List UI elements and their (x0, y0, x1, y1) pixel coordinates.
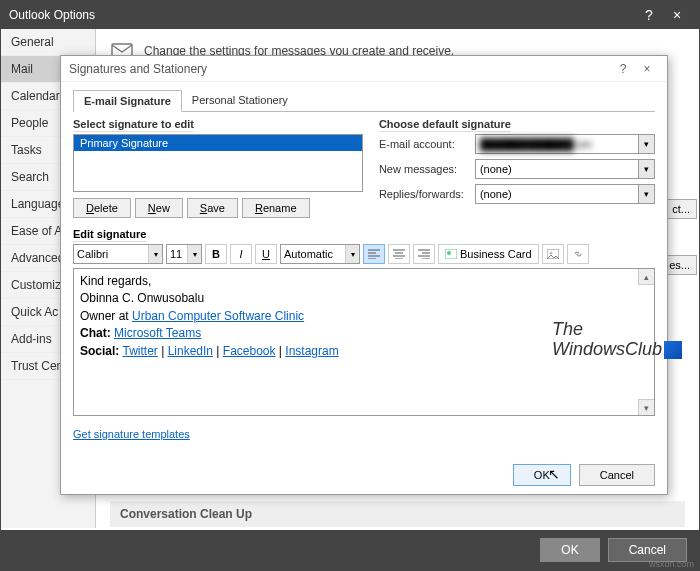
svg-point-2 (447, 251, 451, 255)
fontsize-combo[interactable]: 11▾ (166, 244, 202, 264)
chevron-down-icon[interactable]: ▾ (638, 185, 654, 203)
fontcolor-combo[interactable]: Automatic▾ (280, 244, 360, 264)
dialog-ok-button[interactable]: OK (513, 464, 571, 486)
business-card-button[interactable]: Business Card (438, 244, 539, 264)
chevron-down-icon[interactable]: ▾ (638, 160, 654, 178)
new-messages-label: New messages: (379, 163, 475, 175)
insert-picture-button[interactable] (542, 244, 564, 264)
signature-item-primary[interactable]: Primary Signature (74, 135, 362, 151)
email-account-combo[interactable]: ████████████:om▾ (475, 134, 655, 154)
options-footer: OK Cancel (1, 530, 699, 570)
options-ok-button[interactable]: OK (540, 538, 599, 562)
editor-line: Social: Twitter | LinkedIn | Facebook | … (80, 343, 648, 360)
tab-email-signature[interactable]: E-mail Signature (73, 90, 182, 112)
conversation-cleanup-header: Conversation Clean Up (110, 501, 685, 527)
edit-signature-label: Edit signature (73, 228, 655, 240)
replies-label: Replies/forwards: (379, 188, 475, 200)
sidebar-item-general[interactable]: General (1, 29, 95, 56)
options-title: Outlook Options (9, 8, 95, 22)
rename-button[interactable]: Rename (242, 198, 310, 218)
defaults-label: Choose default signature (379, 118, 655, 130)
email-account-label: E-mail account: (379, 138, 475, 150)
new-messages-combo[interactable]: (none)▾ (475, 159, 655, 179)
link-clinic[interactable]: Urban Computer Software Clinic (132, 309, 304, 323)
insert-link-button[interactable] (567, 244, 589, 264)
italic-button[interactable]: I (230, 244, 252, 264)
editor-line: Obinna C. Onwusobalu (80, 290, 648, 307)
select-signature-label: Select signature to edit (73, 118, 363, 130)
align-left-button[interactable] (363, 244, 385, 264)
chevron-down-icon[interactable]: ▾ (638, 135, 654, 153)
underline-button[interactable]: U (255, 244, 277, 264)
dialog-title: Signatures and Stationery (69, 62, 207, 76)
delete-button[interactable]: Delete (73, 198, 131, 218)
chevron-down-icon[interactable]: ▾ (345, 245, 359, 263)
close-icon[interactable]: × (663, 7, 691, 23)
signature-list[interactable]: Primary Signature (73, 134, 363, 192)
dialog-cancel-button[interactable]: Cancel (579, 464, 655, 486)
font-combo[interactable]: Calibri▾ (73, 244, 163, 264)
link-teams[interactable]: Microsoft Teams (114, 326, 201, 340)
chevron-down-icon[interactable]: ▾ (148, 245, 162, 263)
svg-point-4 (549, 252, 552, 255)
link-twitter[interactable]: Twitter (122, 344, 157, 358)
options-titlebar: Outlook Options ? × (1, 1, 699, 29)
link-facebook[interactable]: Facebook (223, 344, 276, 358)
link-instagram[interactable]: Instagram (285, 344, 338, 358)
bold-button[interactable]: B (205, 244, 227, 264)
side-button-1[interactable]: ct... (665, 199, 697, 219)
align-center-button[interactable] (388, 244, 410, 264)
chevron-down-icon[interactable]: ▾ (187, 245, 201, 263)
replies-combo[interactable]: (none)▾ (475, 184, 655, 204)
signatures-dialog: Signatures and Stationery ? × E-mail Sig… (60, 55, 668, 495)
help-icon[interactable]: ? (635, 7, 663, 23)
signature-editor[interactable]: ▴ Kind regards, Obinna C. Onwusobalu Own… (73, 268, 655, 416)
link-linkedin[interactable]: LinkedIn (168, 344, 213, 358)
editor-line: Owner at Urban Computer Software Clinic (80, 308, 648, 325)
dialog-help-icon[interactable]: ? (611, 62, 635, 76)
save-button[interactable]: Save (187, 198, 238, 218)
scroll-up-icon[interactable]: ▴ (638, 269, 654, 285)
editor-toolbar: Calibri▾ 11▾ B I U Automatic▾ Business C… (73, 244, 655, 264)
editor-line: Kind regards, (80, 273, 648, 290)
align-right-button[interactable] (413, 244, 435, 264)
dialog-tabs: E-mail Signature Personal Stationery (73, 90, 655, 112)
scroll-down-icon[interactable]: ▾ (638, 399, 654, 415)
dialog-close-icon[interactable]: × (635, 62, 659, 76)
editor-line: Chat: Microsoft Teams (80, 325, 648, 342)
svg-rect-1 (445, 249, 457, 259)
credit-text: wsxdn.com (649, 559, 694, 569)
card-icon (445, 249, 457, 259)
templates-link[interactable]: Get signature templates (73, 428, 190, 440)
dialog-titlebar: Signatures and Stationery ? × (61, 56, 667, 82)
tab-personal-stationery[interactable]: Personal Stationery (182, 90, 298, 111)
new-button[interactable]: New (135, 198, 183, 218)
dialog-footer: OK Cancel (513, 464, 655, 486)
